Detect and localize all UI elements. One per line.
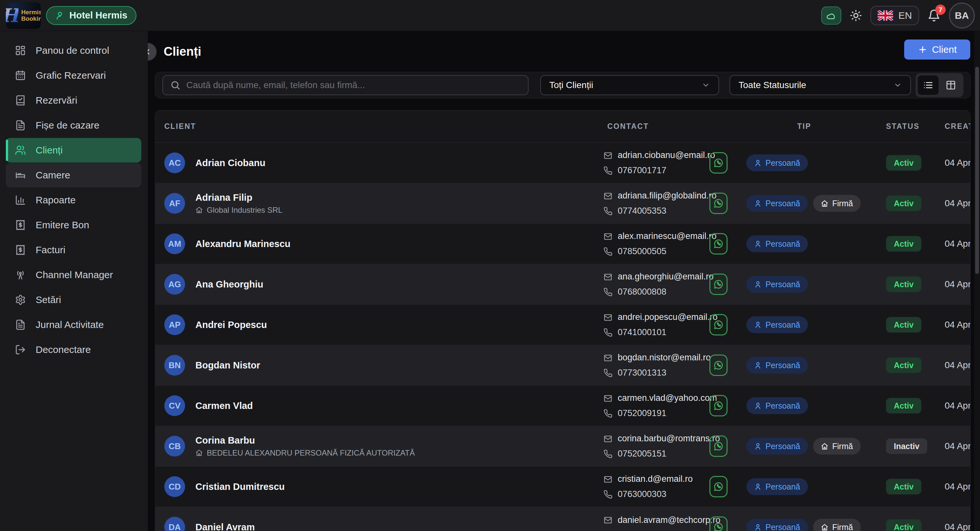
- sidebar-item-grafic-rezervari[interactable]: Grafic Rezervari: [6, 63, 141, 88]
- list-view-button[interactable]: [918, 75, 939, 95]
- client-avatar: BN: [164, 355, 185, 376]
- phone-icon: [603, 206, 612, 216]
- scrollbar[interactable]: [974, 31, 980, 531]
- whatsapp-button[interactable]: [710, 193, 727, 214]
- table-row[interactable]: CB Corina Barbu BEDELEU ALEXANDRU PERSOA…: [155, 426, 970, 466]
- column-status: STATUS: [886, 122, 945, 131]
- cloud-sync-button[interactable]: [821, 6, 841, 25]
- status-dropdown[interactable]: Toate Statusurile: [730, 75, 911, 95]
- client-avatar: CB: [164, 436, 185, 457]
- created-date: 04 Apr 2026: [945, 441, 970, 451]
- created-date: 04 Apr 2026: [945, 198, 970, 209]
- mail-icon: [603, 515, 612, 525]
- theme-toggle-button[interactable]: [850, 10, 862, 22]
- whatsapp-button[interactable]: [710, 233, 727, 255]
- logo-monogram: H: [6, 6, 19, 25]
- table-row[interactable]: AP Andrei Popescu andrei.popescu@email.r…: [155, 305, 970, 345]
- client-phone: 0768000808: [603, 287, 714, 297]
- created-date: 04 Apr 2026: [945, 239, 970, 249]
- sidebar-item-jurnal-activitate[interactable]: Jurnal Activitate: [6, 312, 141, 337]
- whatsapp-icon: [713, 319, 724, 330]
- table-row[interactable]: AM Alexandru Marinescu alex.marinescu@em…: [155, 224, 970, 264]
- client-name: Ana Gheorghiu: [196, 279, 263, 290]
- sidebar-item-emitere-bon[interactable]: Emitere Bon: [6, 213, 141, 237]
- person-icon: [754, 361, 762, 369]
- table-row[interactable]: CD Cristian Dumitrescu cristian.d@email.…: [155, 466, 970, 507]
- notifications-button[interactable]: 7: [928, 9, 940, 22]
- table-row[interactable]: AF Adriana Filip Global Industries SRL a…: [155, 183, 970, 224]
- status-badge: Activ: [886, 479, 921, 495]
- client-email: adriana.filip@globalind.ro: [603, 191, 716, 201]
- client-phone: 0741000101: [603, 327, 718, 338]
- status-badge: Activ: [886, 398, 921, 414]
- status-badge: Activ: [886, 276, 921, 292]
- table-header: CLIENT CONTACT TIP STATUS CREAT: [155, 110, 970, 143]
- table-row[interactable]: AG Ana Gheorghiu ana.gheorghiu@email.ro: [155, 264, 970, 305]
- table-row[interactable]: BN Bogdan Nistor bogdan.nistor@email.ro: [155, 345, 970, 386]
- sidebar-item-channel-manager[interactable]: Channel Manager: [6, 263, 141, 287]
- add-client-button[interactable]: Client: [904, 40, 970, 60]
- type-badge-person: Persoană: [746, 276, 808, 293]
- collapse-sidebar-button[interactable]: [148, 43, 157, 61]
- whatsapp-button[interactable]: [710, 395, 727, 416]
- sidebar-item-rapoarte[interactable]: Rapoarte: [6, 188, 141, 212]
- whatsapp-button[interactable]: [710, 314, 727, 335]
- search-input[interactable]: [186, 80, 521, 90]
- client-email: andrei.popescu@email.ro: [603, 312, 718, 322]
- created-date: 04 Apr 2026: [945, 482, 970, 492]
- topbar: H Hermis Booking Hotel Hermis EN: [0, 0, 980, 31]
- person-icon: [754, 240, 762, 248]
- created-date: 04 Apr 2026: [945, 401, 970, 411]
- client-phone: 0752009191: [603, 408, 717, 418]
- person-icon: [754, 281, 762, 288]
- hotel-selector-button[interactable]: Hotel Hermis: [46, 6, 137, 25]
- sidebar-item-facturi[interactable]: Facturi: [6, 238, 141, 262]
- whatsapp-button[interactable]: [710, 517, 727, 531]
- sidebar-item-setari[interactable]: Setări: [6, 287, 141, 312]
- client-email: daniel.avram@techcorp.ro: [603, 515, 721, 525]
- whatsapp-icon: [713, 441, 724, 452]
- whatsapp-icon: [713, 481, 724, 492]
- sidebar-item-deconectare[interactable]: Deconectare: [6, 338, 141, 362]
- grid-view-button[interactable]: [940, 75, 961, 95]
- view-toggle: [915, 73, 964, 97]
- search-box: [162, 75, 528, 95]
- mail-icon: [603, 151, 612, 160]
- table-row[interactable]: AC Adrian Ciobanu adrian.ciobanu@email.r…: [155, 143, 970, 183]
- type-badge-person: Persoană: [746, 195, 808, 212]
- mail-icon: [603, 394, 612, 403]
- phone-icon: [603, 449, 612, 458]
- user-icon: [55, 11, 65, 21]
- sidebar-item-camere[interactable]: Camere: [6, 163, 141, 187]
- table-row[interactable]: CV Carmen Vlad carmen.vlad@yahoo.com: [155, 386, 970, 426]
- sidebar-item-panou-de-control[interactable]: Panou de control: [6, 38, 141, 63]
- client-avatar: DA: [164, 517, 185, 531]
- created-date: 04 Apr 2026: [945, 320, 970, 330]
- client-name: Corina Barbu: [196, 435, 415, 446]
- building-icon: [821, 200, 828, 207]
- whatsapp-button[interactable]: [710, 274, 727, 295]
- list-icon: [923, 80, 933, 90]
- client-phone: 0773001313: [603, 368, 711, 378]
- whatsapp-button[interactable]: [710, 436, 727, 457]
- whatsapp-icon: [713, 157, 724, 168]
- whatsapp-button[interactable]: [710, 355, 727, 376]
- mail-icon: [603, 191, 612, 200]
- column-client: CLIENT: [164, 122, 603, 131]
- phone-icon: [603, 287, 612, 296]
- client-type-dropdown[interactable]: Toți Clienții: [540, 75, 719, 95]
- client-email: adrian.ciobanu@email.ro: [603, 150, 715, 160]
- sidebar-item-clienti[interactable]: Clienți: [6, 138, 141, 163]
- sidebar-item-rezervari[interactable]: Rezervări: [6, 88, 141, 113]
- whatsapp-button[interactable]: [710, 476, 727, 497]
- language-selector[interactable]: EN: [870, 6, 919, 25]
- mail-icon: [603, 434, 612, 443]
- logo-line2: Booking: [21, 16, 41, 22]
- table-row[interactable]: DA Daniel Avram daniel.avram@techcorp.ro: [155, 507, 970, 531]
- sidebar-item-fise-de-cazare[interactable]: Fișe de cazare: [6, 113, 141, 138]
- type-badge-person: Persoană: [746, 519, 808, 531]
- uk-flag-icon: [878, 10, 893, 21]
- user-avatar[interactable]: BA: [949, 3, 975, 29]
- whatsapp-button[interactable]: [710, 152, 727, 174]
- scrollbar-thumb[interactable]: [975, 67, 979, 274]
